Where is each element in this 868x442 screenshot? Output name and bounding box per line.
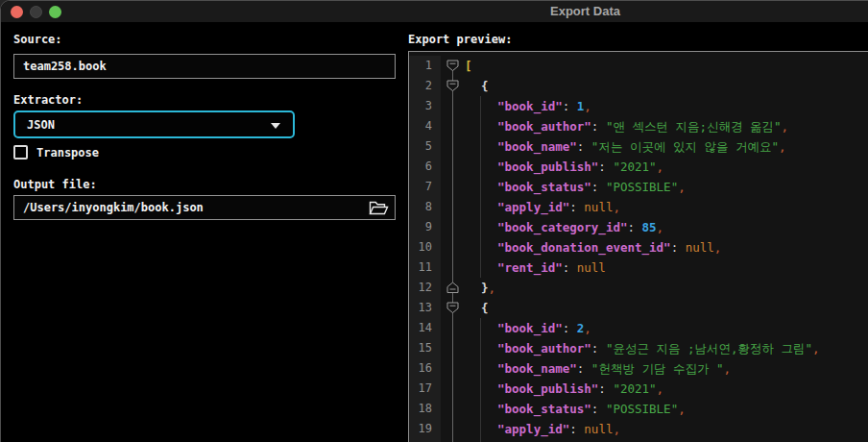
fold-gutter	[441, 136, 465, 157]
code-line: 4"book_author": "앤 섹스턴 지음;신해경 옮김",	[409, 116, 868, 136]
fold-gutter	[441, 177, 465, 197]
line-number: 10	[409, 237, 441, 258]
fold-marker-icon	[446, 80, 459, 92]
window-title: Export Data	[550, 4, 620, 18]
fold-gutter	[441, 379, 465, 399]
line-number: 2	[409, 76, 441, 96]
fold-marker-icon	[446, 282, 459, 294]
export-data-dialog: Export Data Source: team258.book Extract…	[0, 0, 868, 442]
code-line: 15"book_author": "윤성근 지음 ;남서연,황정하 그림",	[409, 338, 868, 358]
line-number: 1	[409, 56, 441, 76]
zoom-button[interactable]	[49, 6, 61, 18]
source-value: team258.book	[23, 60, 107, 73]
fold-gutter	[441, 258, 465, 278]
code-line: 19"apply_id": null,	[409, 419, 868, 439]
line-number: 15	[409, 338, 441, 358]
code-text: {	[465, 298, 868, 318]
code-text: "book_author": "앤 섹스턴 지음;신해경 옮김",	[465, 116, 868, 136]
fold-marker-icon	[446, 60, 459, 72]
code-lines: 1[2{3"book_id": 1,4"book_author": "앤 섹스턴…	[409, 56, 868, 442]
code-text: "book_status": "POSSIBLE",	[465, 399, 868, 419]
code-line: 5"book_name": "저는 이곳에 있지 않을 거예요",	[409, 136, 868, 157]
output-file-value: /Users/inyongkim/book.json	[23, 201, 204, 214]
extractor-label: Extractor:	[13, 93, 83, 107]
fold-gutter[interactable]	[441, 278, 465, 298]
line-number: 16	[409, 358, 441, 379]
transpose-checkbox[interactable]	[13, 145, 28, 160]
export-preview-label: Export preview:	[408, 33, 512, 46]
code-line: 1[	[409, 56, 868, 76]
line-number: 14	[409, 318, 441, 338]
code-text: },	[465, 278, 868, 298]
fold-gutter	[441, 96, 465, 116]
fold-gutter	[441, 157, 465, 177]
code-line: 10"book_donation_event_id": null,	[409, 237, 868, 258]
code-line: 17"book_publish": "2021",	[409, 379, 868, 399]
fold-gutter	[441, 399, 465, 419]
folder-icon	[369, 204, 389, 218]
line-number: 5	[409, 136, 441, 157]
code-line: 18"book_status": "POSSIBLE",	[409, 399, 868, 419]
code-line: 8"apply_id": null,	[409, 197, 868, 217]
code-line: 2{	[409, 76, 868, 96]
chevron-down-icon	[271, 123, 280, 129]
code-line: 11"rent_id": null	[409, 258, 868, 278]
line-number: 7	[409, 177, 441, 197]
code-line: 3"book_id": 1,	[409, 96, 868, 116]
output-file-input[interactable]: /Users/inyongkim/book.json	[13, 195, 396, 220]
code-text: "apply_id": null,	[465, 197, 868, 217]
code-text: "book_name": "헌책방 기담 수집가 ",	[465, 358, 868, 379]
line-number: 8	[409, 197, 441, 217]
fold-gutter	[441, 217, 465, 237]
fold-marker-icon	[446, 302, 459, 314]
code-text: "book_donation_event_id": null,	[465, 237, 868, 258]
code-text: "book_name": "저는 이곳에 있지 않을 거예요",	[465, 136, 868, 157]
code-text: "book_publish": "2021",	[465, 379, 868, 399]
fold-gutter[interactable]	[441, 76, 465, 96]
fold-gutter[interactable]	[441, 56, 465, 76]
code-line: 14"book_id": 2,	[409, 318, 868, 338]
fold-gutter	[441, 197, 465, 217]
code-text: "rent_id": null	[465, 258, 868, 278]
code-text: "apply_id": null,	[465, 419, 868, 439]
code-line: 16"book_name": "헌책방 기담 수집가 ",	[409, 358, 868, 379]
browse-folder-button[interactable]	[368, 201, 389, 216]
line-number: 9	[409, 217, 441, 237]
code-text: "book_id": 1,	[465, 96, 868, 116]
code-line: 9"book_category_id": 85,	[409, 217, 868, 237]
code-text: {	[465, 76, 868, 96]
export-preview-editor[interactable]: 1[2{3"book_id": 1,4"book_author": "앤 섹스턴…	[408, 51, 868, 442]
source-label: Source:	[13, 33, 62, 46]
line-number: 6	[409, 157, 441, 177]
code-text: "book_id": 2,	[465, 318, 868, 338]
output-file-label: Output file:	[13, 178, 97, 191]
code-text: "book_author": "윤성근 지음 ;남서연,황정하 그림",	[465, 338, 868, 358]
line-number: 4	[409, 116, 441, 136]
code-line: 7"book_status": "POSSIBLE",	[409, 177, 868, 197]
code-line: 12},	[409, 278, 868, 298]
code-line: 6"book_publish": "2021",	[409, 157, 868, 177]
fold-gutter	[441, 419, 465, 439]
line-number: 13	[409, 298, 441, 318]
line-number: 12	[409, 278, 441, 298]
line-number: 3	[409, 96, 441, 116]
title-bar[interactable]: Export Data	[1, 1, 868, 22]
code-text: "book_category_id": 85,	[465, 217, 868, 237]
code-text: "book_status": "POSSIBLE",	[465, 177, 868, 197]
source-input[interactable]: team258.book	[13, 54, 396, 79]
fold-gutter	[441, 237, 465, 258]
close-button[interactable]	[11, 6, 23, 18]
fold-gutter[interactable]	[441, 298, 465, 318]
fold-gutter	[441, 318, 465, 338]
line-number: 17	[409, 379, 441, 399]
code-line: 13{	[409, 298, 868, 318]
code-text: "book_publish": "2021",	[465, 157, 868, 177]
line-number: 19	[409, 419, 441, 439]
fold-gutter	[441, 338, 465, 358]
extractor-select[interactable]: JSON	[13, 110, 295, 138]
code-text: [	[465, 56, 868, 76]
fold-gutter	[441, 116, 465, 136]
transpose-label: Transpose	[36, 146, 99, 160]
minimize-button[interactable]	[30, 6, 42, 18]
extractor-value: JSON	[27, 118, 55, 132]
